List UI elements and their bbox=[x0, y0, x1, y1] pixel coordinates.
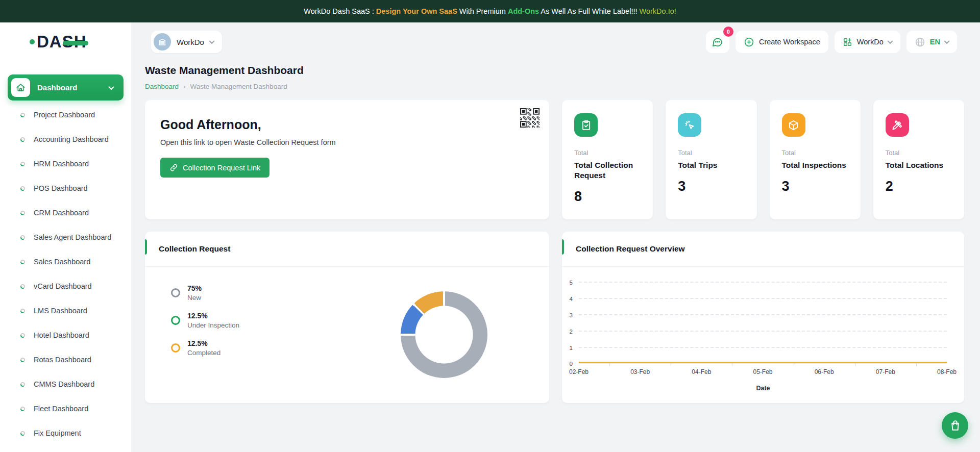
sidebar-item-label: LMS Dashboard bbox=[34, 307, 87, 315]
user-menu[interactable]: WorkDo bbox=[835, 31, 900, 53]
line-chart: 543210 bbox=[579, 282, 947, 363]
sidebar-item[interactable]: Sales Dashboard bbox=[0, 249, 131, 274]
promo-banner: WorkDo Dash SaaS : Design Your Own SaaS … bbox=[0, 0, 980, 22]
bullet-icon bbox=[20, 211, 25, 215]
sidebar-item[interactable]: vCard Dashboard bbox=[0, 274, 131, 298]
stat-cards: Total Total Collection Request 8 Total T… bbox=[562, 100, 964, 219]
logo-dot bbox=[30, 39, 35, 44]
banner-text: With Premium bbox=[457, 7, 508, 15]
legend-ring-icon bbox=[171, 288, 180, 297]
banner-text: As Well As Full White Label!!! bbox=[539, 7, 639, 15]
banner-highlight: Add-Ons bbox=[508, 7, 539, 15]
sidebar-item[interactable]: Project Dashboard bbox=[0, 103, 131, 127]
stat-card: Total Total Inspections 3 bbox=[770, 100, 861, 219]
x-axis-labels: 02-Feb03-Feb04-Feb05-Feb06-Feb07-Feb08-F… bbox=[579, 368, 947, 376]
legend-label: Under Inspection bbox=[187, 321, 239, 329]
sidebar-item[interactable]: Fleet Dashboard bbox=[0, 396, 131, 421]
sidebar-item[interactable]: CRM Dashboard bbox=[0, 200, 131, 225]
stat-value: 8 bbox=[574, 189, 641, 205]
collection-request-card: Collection Request 75% New bbox=[145, 232, 549, 403]
app-logo[interactable]: DASH bbox=[0, 22, 131, 61]
sidebar-item-label: HRM Dashboard bbox=[34, 160, 89, 168]
legend-item: 12.5% Under Inspection bbox=[171, 312, 239, 329]
building-icon bbox=[154, 33, 171, 51]
breadcrumb: Dashboard › Waste Management Dashboard bbox=[145, 83, 964, 90]
stat-icon bbox=[886, 113, 909, 137]
sidebar-item[interactable]: LMS Dashboard bbox=[0, 298, 131, 323]
collection-request-link-button[interactable]: Collection Request Link bbox=[160, 158, 270, 178]
stat-value: 3 bbox=[678, 179, 744, 194]
sidebar-item-label: vCard Dashboard bbox=[34, 282, 92, 290]
stat-card: Total Total Collection Request 8 bbox=[562, 100, 653, 219]
overview-chart-card: Collection Request Overview 543210 02-Fe… bbox=[562, 232, 964, 403]
bullet-icon bbox=[20, 309, 25, 313]
addon-fab-button[interactable] bbox=[942, 412, 968, 439]
sidebar-item-dashboard[interactable]: Dashboard bbox=[8, 74, 124, 101]
sidebar-item-label: Project Dashboard bbox=[34, 111, 95, 119]
bullet-icon bbox=[20, 186, 25, 191]
stat-title: Total Inspections bbox=[782, 160, 848, 170]
link-icon bbox=[169, 163, 178, 172]
bullet-icon bbox=[20, 284, 25, 289]
legend-label: Completed bbox=[187, 349, 220, 357]
chevron-down-icon bbox=[944, 38, 949, 44]
bullet-icon bbox=[20, 407, 25, 411]
chevron-down-icon bbox=[209, 38, 214, 44]
stat-icon bbox=[574, 113, 598, 137]
bullet-icon bbox=[20, 333, 25, 338]
banner-highlight: Design Your Own SaaS bbox=[376, 7, 457, 15]
banner-link[interactable]: WorkDo.Io! bbox=[640, 7, 676, 15]
create-workspace-label: Create Workspace bbox=[759, 38, 820, 46]
messages-button[interactable]: 0 bbox=[706, 31, 729, 53]
card-title: Collection Request Overview bbox=[576, 244, 685, 254]
card-title: Collection Request bbox=[159, 244, 230, 254]
sidebar-nav: Project Dashboard Accounting Dashboard H… bbox=[0, 103, 131, 445]
sidebar-item-label: Fleet Dashboard bbox=[34, 405, 88, 413]
globe-icon bbox=[915, 37, 925, 47]
workspace-name: WorkDo bbox=[177, 38, 204, 46]
legend-label: New bbox=[187, 294, 202, 302]
legend-ring-icon bbox=[171, 316, 180, 325]
create-workspace-button[interactable]: Create Workspace bbox=[736, 31, 828, 53]
sidebar-item[interactable]: POS Dashboard bbox=[0, 176, 131, 200]
sidebar-item[interactable]: Hotel Dashboard bbox=[0, 323, 131, 347]
button-label: Collection Request Link bbox=[183, 164, 260, 172]
sidebar-item[interactable]: Fix Equipment bbox=[0, 421, 131, 445]
bullet-icon bbox=[20, 113, 25, 117]
home-icon bbox=[11, 78, 30, 97]
breadcrumb-home-link[interactable]: Dashboard bbox=[145, 83, 179, 90]
stat-title: Total Locations bbox=[886, 160, 952, 170]
workspace-selector[interactable]: WorkDo bbox=[151, 31, 222, 53]
notification-badge: 0 bbox=[723, 27, 733, 37]
language-selector[interactable]: EN bbox=[906, 31, 957, 53]
bullet-icon bbox=[20, 431, 25, 436]
sidebar-item[interactable]: Rotas Dashboard bbox=[0, 347, 131, 372]
chevron-down-icon bbox=[887, 38, 893, 44]
chevron-down-icon bbox=[108, 84, 114, 89]
sidebar-item-label: POS Dashboard bbox=[34, 184, 88, 192]
sidebar-item[interactable]: Accounting Dashboard bbox=[0, 127, 131, 152]
breadcrumb-separator: › bbox=[183, 83, 186, 90]
sidebar-item[interactable]: Sales Agent Dashboard bbox=[0, 225, 131, 249]
stat-title: Total Collection Request bbox=[574, 160, 641, 181]
donut-chart bbox=[401, 291, 487, 378]
sidebar-item-label: Dashboard bbox=[37, 83, 77, 92]
stat-label: Total bbox=[886, 149, 952, 157]
legend-ring-icon bbox=[171, 343, 180, 353]
bullet-icon bbox=[20, 235, 25, 240]
bullet-icon bbox=[20, 260, 25, 264]
stat-value: 2 bbox=[886, 179, 952, 194]
stat-label: Total bbox=[574, 149, 641, 157]
legend-percent: 12.5% bbox=[187, 312, 239, 320]
sidebar-item[interactable]: HRM Dashboard bbox=[0, 152, 131, 176]
stat-card: Total Total Trips 3 bbox=[666, 100, 756, 219]
qr-code bbox=[520, 108, 540, 132]
apps-grid-icon bbox=[843, 37, 852, 47]
sidebar-item-label: Hotel Dashboard bbox=[34, 331, 89, 339]
sidebar-item-label: CRM Dashboard bbox=[34, 209, 89, 217]
bullet-icon bbox=[20, 382, 25, 387]
sidebar-item-label: Sales Agent Dashboard bbox=[34, 233, 111, 241]
sidebar-item[interactable]: CMMS Dashboard bbox=[0, 372, 131, 396]
sidebar-item-label: CMMS Dashboard bbox=[34, 380, 94, 388]
bullet-icon bbox=[20, 137, 25, 142]
